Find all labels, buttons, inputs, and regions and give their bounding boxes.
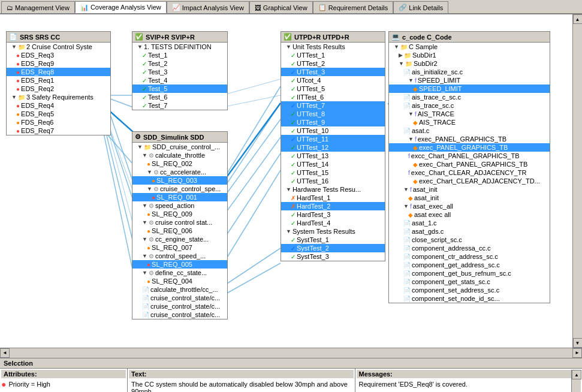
sdd-ccacc[interactable]: ▼ ⚙ cc_accelerate...	[132, 168, 227, 176]
sdd-sl002[interactable]: ● SL_REQ_002	[132, 159, 227, 168]
sdd-file4[interactable]: 📄 cruise_control_state/c...	[132, 310, 227, 319]
h-scroll-track[interactable]	[10, 348, 572, 358]
srs-item-req5[interactable]: ● EDS_Req5	[7, 110, 110, 118]
sdd-sl006[interactable]: ● SL_REQ_006	[132, 227, 227, 235]
tab-link[interactable]: 🔗 Link Details	[393, 1, 448, 13]
sdd-file3[interactable]: 📄 cruise_control_state/c...	[132, 302, 227, 310]
scroll-track[interactable]	[573, 24, 583, 338]
sdd-file1[interactable]: 📄 calculate_throttle/cc_...	[132, 285, 227, 294]
srs-item-req3[interactable]: ● EDS_Req3	[7, 51, 110, 59]
sdd-file2[interactable]: 📄 cruise_control_state/c...	[132, 294, 227, 302]
ccode-exec-clear-func[interactable]: f exec_Chart_CLEAR_ADJACENCY_TR	[389, 168, 550, 177]
srs-item-fds6[interactable]: ● FDS_Req6	[7, 118, 110, 126]
ccode-asat-exec-var[interactable]: ◆ asat exec all	[389, 210, 550, 219]
ccode-excc-panel-func[interactable]: f excc_Chart_PANEL_GRAPHICS_TB	[389, 152, 550, 160]
sdd-sl007[interactable]: ● SL_REQ_007	[132, 243, 227, 252]
utpd-sys1[interactable]: ✓ SystTest_1	[281, 236, 385, 244]
ccode-asat-init-func[interactable]: ▼ f asat_init	[389, 185, 550, 194]
utpd-ut7[interactable]: ✓ UTTest_7	[281, 101, 385, 110]
utpd-hard1[interactable]: ✗ HardTest_1	[281, 194, 385, 202]
utpd-ut16[interactable]: ✓ UTTest_16	[281, 177, 385, 185]
ccode-comp-get-bus[interactable]: 📄 component_get_bus_refnum_sc.c	[389, 269, 550, 278]
ccode-comp-set-addr[interactable]: 📄 component_set_address_sc.c	[389, 286, 550, 294]
utpd-ut14[interactable]: ✓ UTTest_14	[281, 160, 385, 168]
ccode-asat[interactable]: 📄 asat.c	[389, 126, 550, 135]
sdd-engine[interactable]: ▼ ⚙ cc_engine_state...	[132, 235, 227, 243]
utpd-sys2[interactable]: ✓ SystTest_2	[281, 244, 385, 252]
utpd-iit6[interactable]: ✓ IITTest_6	[281, 93, 385, 101]
ccode-speed-limit-func[interactable]: ▼ f SPEED_LIMIT	[389, 76, 550, 85]
sdd-speed[interactable]: ▼ ⚙ speed_action	[132, 201, 227, 210]
srs-item-req1[interactable]: ● EDS_Req1	[7, 76, 110, 85]
svip-test5[interactable]: ✓ Test_5	[132, 85, 227, 93]
utpd-hard2[interactable]: ✗ HardTest_2	[281, 202, 385, 210]
ccode-comp-get-addr[interactable]: 📄 component_get_address_sc.c	[389, 261, 550, 269]
utpd-ut13[interactable]: ✓ UTTest_13	[281, 152, 385, 160]
msg-scroll-up[interactable]: ▲	[572, 370, 581, 379]
tab-coverage[interactable]: 📊 Coverage Analysis View	[75, 1, 167, 13]
ccode-comp-set-node[interactable]: 📄 component_set_node_id_sc...	[389, 294, 550, 303]
sdd-calc[interactable]: ▼ ⚙ calculate_throttle	[132, 151, 227, 159]
utpd-group-sys[interactable]: ▼ System Tests Results	[281, 227, 385, 236]
ccode-exec-panel-func[interactable]: ▼ f exec_PANEL_GRAPHICS_TB	[389, 135, 550, 143]
utpd-ut5[interactable]: ✓ UTTest_5	[281, 85, 385, 93]
sdd-group-cruise[interactable]: ▼ 📁 SDD_cruise_control_...	[132, 143, 227, 151]
ccode-subdir1[interactable]: ▶ 📁 SubDir1	[389, 51, 550, 59]
ccode-asat-gds[interactable]: 📄 asat_gds.c	[389, 227, 550, 236]
ccode-ais-trace-c[interactable]: 📄 ais_trace_c_sc.c	[389, 93, 550, 101]
sdd-cruise-stat[interactable]: ▼ ⚙ cruise control stat...	[132, 218, 227, 227]
sdd-ctrl-speed[interactable]: ▼ ⚙ control_speed_...	[132, 252, 227, 260]
utpd-utcot4[interactable]: ✓ UTcot_4	[281, 76, 385, 85]
tab-graphical[interactable]: 🖼 Graphical View	[249, 1, 313, 13]
utpd-ut12[interactable]: ✓ UTTest_12	[281, 143, 385, 152]
sdd-sl001[interactable]: ● SL_REQ_001	[132, 193, 227, 201]
sdd-sl005[interactable]: ● SL_REQ_005	[132, 260, 227, 269]
scroll-right-button[interactable]: ►	[572, 348, 582, 358]
scroll-left-button[interactable]: ◄	[0, 348, 10, 358]
sdd-sl003[interactable]: ● SL_REQ_003	[132, 176, 227, 185]
tab-management[interactable]: 🗂 Management View	[1, 1, 75, 13]
msg-scroll-track[interactable]	[572, 379, 581, 392]
utpd-ut1[interactable]: ✓ UTTest_1	[281, 51, 385, 59]
utpd-ut3[interactable]: ✓ UTTest_3	[281, 68, 385, 76]
utpd-group-unit[interactable]: ▼ Unit Tests Results	[281, 43, 385, 51]
srs-item-req7[interactable]: ● EDS_Req7	[7, 126, 110, 135]
srs-item-req2[interactable]: ● EDS_Req2	[7, 85, 110, 93]
utpd-ut9[interactable]: ✓ UTTest_9	[281, 118, 385, 126]
sdd-define[interactable]: ▼ ⚙ define_cc_state...	[132, 269, 227, 277]
tab-impact[interactable]: 📈 Impact Analysis View	[167, 1, 249, 13]
ccode-ais-trace-func[interactable]: ▼ f AIS_TRACE	[389, 110, 550, 118]
utpd-ut2[interactable]: ✓ UTTest_2	[281, 59, 385, 68]
svip-test7[interactable]: ✓ Test_7	[132, 101, 227, 110]
svip-test4[interactable]: ✓ Test_4	[132, 76, 227, 85]
svip-test3[interactable]: ✓ Test_3	[132, 68, 227, 76]
ccode-ais-trace-var[interactable]: ◆ AIS_TRACE	[389, 118, 550, 126]
ccode-close[interactable]: 📄 close_script_sc.c	[389, 236, 550, 244]
sdd-cruise-ctrl[interactable]: ▼ ⚙ cruise_control_spe...	[132, 185, 227, 193]
ccode-asat1[interactable]: 📄 asat_1.c	[389, 219, 550, 227]
utpd-hard3[interactable]: ✓ HardTest_3	[281, 210, 385, 219]
utpd-sys3[interactable]: ✓ SystTest_3	[281, 252, 385, 261]
utpd-ut10[interactable]: ✓ UTTest_10	[281, 126, 385, 135]
svip-test2[interactable]: ✓ Test_2	[132, 59, 227, 68]
utpd-hard4[interactable]: ✓ HardTest_4	[281, 219, 385, 227]
ccode-comp-ctr[interactable]: 📄 component_ctr_address_sc.c	[389, 252, 550, 261]
tab-requirement[interactable]: 📋 Requirement Details	[313, 1, 394, 13]
svip-test6[interactable]: ✓ Test_6	[132, 93, 227, 101]
ccode-ais-init[interactable]: 📄 ais_initialize_sc.c	[389, 68, 550, 76]
ccode-exec-clear-var[interactable]: ◆ exec_Chart_CLEAR_ADJACENCY_TD...	[389, 177, 550, 185]
utpd-group-hw[interactable]: ▼ Hardware Tests Resu...	[281, 185, 385, 194]
srs-item-req9[interactable]: ● EDS_Req9	[7, 59, 110, 68]
ccode-ais-trace-sc[interactable]: 📄 ais_trace_sc.c	[389, 101, 550, 110]
srs-group-cruise[interactable]: ▼ 📁 2 Cruise Control Syste	[7, 43, 110, 51]
srs-item-req8[interactable]: ● EDS_Req8	[7, 68, 110, 76]
ccode-exec-panel-var[interactable]: ◆ exec_PANEL_GRAPHICS_TB	[389, 143, 550, 152]
svip-test1[interactable]: ✓ Test_1	[132, 51, 227, 59]
sdd-sl009[interactable]: ● SL_REQ_009	[132, 210, 227, 218]
ccode-csample[interactable]: ▼ 📁 C Sample	[389, 43, 550, 51]
ccode-speed-limit-var[interactable]: ◆ SPEED_LIMIT	[389, 85, 550, 93]
srs-item-req4[interactable]: ● EDS_Req4	[7, 101, 110, 110]
ccode-asat-init-var[interactable]: ◆ asat_init	[389, 194, 550, 202]
ccode-comp-addr[interactable]: 📄 component_addressa_cc.c	[389, 244, 550, 252]
ccode-asat-exec-func[interactable]: ▼ f asat_exec_all	[389, 202, 550, 210]
